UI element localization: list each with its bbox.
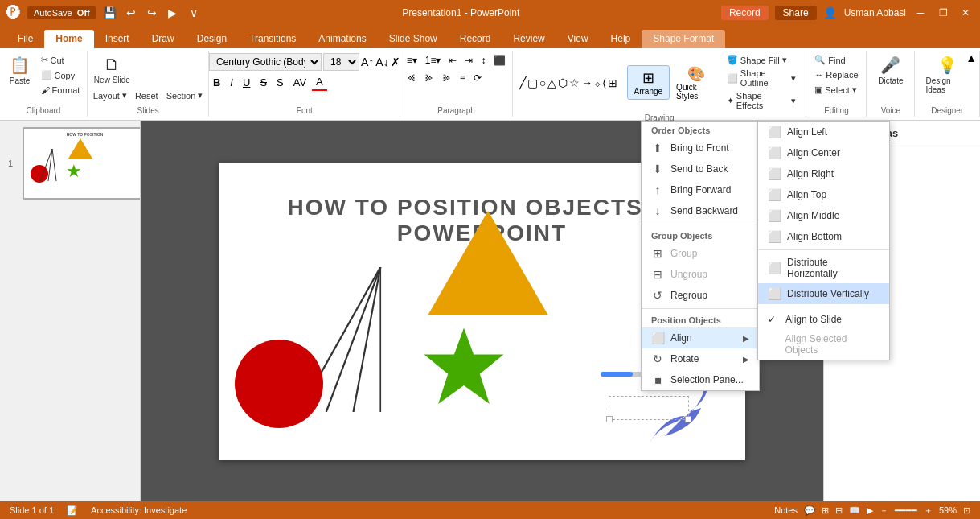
new-slide-button[interactable]: 🗋 New Slide xyxy=(90,53,134,87)
profile-icon[interactable]: 👤 xyxy=(823,6,838,20)
tab-home[interactable]: Home xyxy=(44,30,93,48)
decrease-indent-button[interactable]: ⇤ xyxy=(445,53,460,68)
zoom-in-icon[interactable]: ＋ xyxy=(924,505,933,517)
collapse-ribbon-button[interactable]: ▲ xyxy=(966,51,977,64)
shape-fill-button[interactable]: 🪣 Shape Fill ▾ xyxy=(724,53,800,67)
align-item[interactable]: ⬜ Align ▶ xyxy=(642,327,759,348)
decrease-font-icon[interactable]: A↓ xyxy=(375,56,388,68)
undo-icon[interactable]: ↩ xyxy=(124,6,138,20)
font-name-select[interactable]: Century Gothic (Body) xyxy=(209,53,322,71)
find-button[interactable]: 🔍 Find xyxy=(811,53,848,67)
window-minimize-button[interactable]: ─ xyxy=(912,5,929,21)
view-presenter-icon[interactable]: ▶ xyxy=(867,505,873,516)
shape-effects-button[interactable]: ✦ Shape Effects ▾ xyxy=(724,89,800,112)
reset-button[interactable]: Reset xyxy=(132,89,162,102)
send-to-back-item[interactable]: ⬇ Send to Back xyxy=(642,159,759,179)
increase-indent-button[interactable]: ⇥ xyxy=(461,53,476,68)
italic-button[interactable]: I xyxy=(226,75,237,90)
view-slide-sorter-icon[interactable]: ⊟ xyxy=(835,505,843,516)
font-color-button[interactable]: A xyxy=(312,74,327,91)
tab-shapeformat[interactable]: Shape Format xyxy=(642,30,725,48)
selection-pane-item[interactable]: ▣ Selection Pane... xyxy=(642,369,759,390)
tab-help[interactable]: Help xyxy=(600,30,642,48)
notes-button[interactable]: Notes xyxy=(774,505,798,515)
char-spacing-button[interactable]: AV xyxy=(289,75,310,90)
numbering-button[interactable]: 1≡▾ xyxy=(422,53,445,68)
distribute-horizontal-item[interactable]: ⬜ Distribute Horizontally xyxy=(758,253,889,283)
align-center-item[interactable]: ⬜ Align Center xyxy=(758,142,889,163)
arrange-button[interactable]: ⊞ Arrange xyxy=(627,65,670,100)
align-left-item[interactable]: ⬜ Align Left xyxy=(758,122,889,142)
distribute-vertical-item[interactable]: ⬜ Distribute Vertically xyxy=(758,283,889,304)
window-restore-button[interactable]: ❐ xyxy=(935,5,951,21)
align-to-slide-item[interactable]: ✓ Align to Slide xyxy=(758,310,889,329)
layout-button[interactable]: Layout ▾ xyxy=(90,89,130,102)
tab-record[interactable]: Record xyxy=(449,30,502,48)
align-bottom-item[interactable]: ⬜ Align Bottom xyxy=(758,226,889,247)
align-top-item[interactable]: ⬜ Align Top xyxy=(758,184,889,205)
rotate-item[interactable]: ↻ Rotate ▶ xyxy=(642,348,759,369)
comments-icon[interactable]: 💬 xyxy=(804,505,815,516)
align-left-button[interactable]: ⫷ xyxy=(404,71,420,85)
tab-insert[interactable]: Insert xyxy=(94,30,141,48)
view-reading-icon[interactable]: 📖 xyxy=(849,505,860,516)
slide-thumbnail[interactable]: HOW TO POSITION ★ xyxy=(23,127,141,200)
present-icon[interactable]: ▶ xyxy=(166,6,180,20)
tab-transitions[interactable]: Transitions xyxy=(238,30,307,48)
columns-button[interactable]: ⬛ xyxy=(490,53,509,68)
redo-icon[interactable]: ↪ xyxy=(145,6,159,20)
record-button[interactable]: Record xyxy=(721,6,769,20)
shape-outline-button[interactable]: ⬜ Shape Outline ▾ xyxy=(724,67,800,89)
more-tools-icon[interactable]: ∨ xyxy=(187,6,201,20)
smart-art-button[interactable]: ⟳ xyxy=(470,71,485,85)
zoom-slider[interactable]: ━━━━ xyxy=(895,505,917,516)
bring-forward-item[interactable]: ↑ Bring Forward xyxy=(642,179,759,200)
cut-button[interactable]: ✂ Cut xyxy=(38,53,84,67)
tab-draw[interactable]: Draw xyxy=(141,30,186,48)
tab-design[interactable]: Design xyxy=(186,30,238,48)
regroup-item[interactable]: ↺ Regroup xyxy=(642,285,759,306)
shadow-button[interactable]: S xyxy=(273,75,288,90)
align-selected-objects-item[interactable]: Align Selected Objects xyxy=(758,329,889,360)
increase-font-icon[interactable]: A↑ xyxy=(361,56,374,68)
group-item[interactable]: ⊞ Group xyxy=(642,243,759,264)
quick-styles-button[interactable]: 🎨 Quick Styles xyxy=(671,62,722,104)
zoom-out-icon[interactable]: － xyxy=(880,505,888,517)
send-backward-item[interactable]: ↓ Send Backward xyxy=(642,200,759,221)
copy-button[interactable]: ⬜ Copy xyxy=(38,68,84,82)
align-middle-item[interactable]: ⬜ Align Middle xyxy=(758,205,889,226)
select-button[interactable]: ▣ Select ▾ xyxy=(811,83,860,97)
ungroup-item[interactable]: ⊟ Ungroup xyxy=(642,264,759,285)
underline-button[interactable]: U xyxy=(239,75,254,90)
format-painter-button[interactable]: 🖌 Format xyxy=(38,84,84,97)
font-size-select[interactable]: 18 xyxy=(323,53,359,71)
align-right-item[interactable]: ⬜ Align Right xyxy=(758,163,889,184)
window-close-button[interactable]: ✕ xyxy=(957,5,974,21)
tab-review[interactable]: Review xyxy=(502,30,556,48)
fit-slide-icon[interactable]: ⊡ xyxy=(963,505,970,516)
paste-button[interactable]: 📋 Paste xyxy=(4,53,36,88)
replace-button[interactable]: ↔ Replace xyxy=(811,68,861,81)
view-normal-icon[interactable]: ⊞ xyxy=(822,505,829,516)
line-spacing-button[interactable]: ↕ xyxy=(478,53,489,68)
save-icon[interactable]: 💾 xyxy=(103,6,117,20)
bring-to-front-item[interactable]: ⬆ Bring to Front xyxy=(642,138,759,159)
tab-animations[interactable]: Animations xyxy=(307,30,377,48)
shape-circle[interactable] xyxy=(235,340,323,428)
clear-format-icon[interactable]: ✗ xyxy=(391,56,400,68)
tab-view[interactable]: View xyxy=(556,30,600,48)
dictate-button[interactable]: 🎤 Dictate xyxy=(874,53,907,88)
align-center-button[interactable]: ⫸ xyxy=(421,71,437,85)
shape-star[interactable] xyxy=(420,323,508,412)
shape-triangle[interactable] xyxy=(428,211,548,315)
bold-button[interactable]: B xyxy=(209,75,224,90)
share-button[interactable]: Share xyxy=(775,6,817,20)
accessibility-status[interactable]: Accessibility: Investigate xyxy=(91,505,187,515)
bullets-button[interactable]: ≡▾ xyxy=(404,53,420,68)
section-button[interactable]: Section ▾ xyxy=(163,89,207,102)
autosave-badge[interactable]: AutoSave Off xyxy=(27,6,96,19)
justify-button[interactable]: ≡ xyxy=(457,71,469,85)
tab-file[interactable]: File xyxy=(6,30,44,48)
align-right-button[interactable]: ⫸ xyxy=(439,71,455,85)
tab-slideshow[interactable]: Slide Show xyxy=(378,30,449,48)
